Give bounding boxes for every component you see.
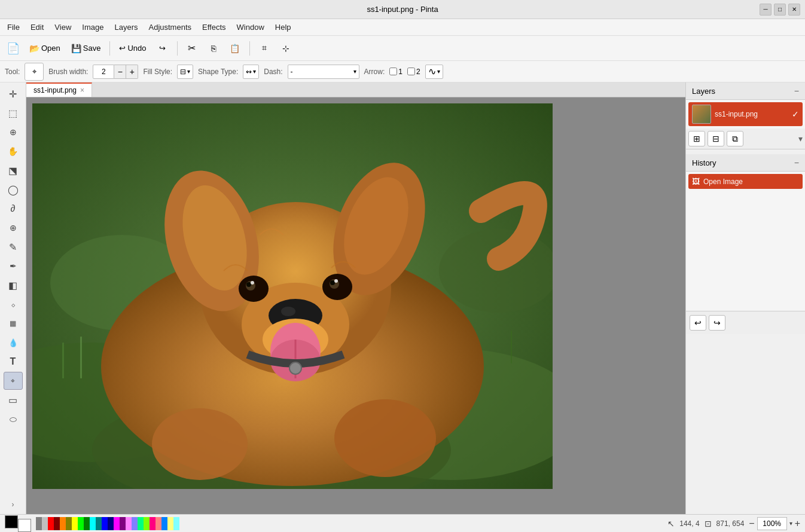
crop-button[interactable]: ⌗ bbox=[255, 39, 274, 57]
paste-button[interactable]: 📋 bbox=[225, 39, 245, 57]
menu-view[interactable]: View bbox=[50, 21, 76, 33]
arrow-label: Arrow: bbox=[364, 68, 385, 76]
menu-file[interactable]: File bbox=[2, 21, 25, 33]
minimize-button[interactable]: ─ bbox=[760, 4, 772, 16]
palette-color-dodger-blue[interactable] bbox=[161, 517, 167, 530]
menu-help[interactable]: Help bbox=[270, 21, 296, 33]
tool-ellipse[interactable]: ⬭ bbox=[4, 410, 23, 428]
arrow-1-checkbox[interactable] bbox=[389, 68, 397, 75]
save-button[interactable]: 💾 Save bbox=[67, 39, 105, 57]
tool-eraser[interactable]: ◧ bbox=[4, 276, 23, 294]
layer-item[interactable]: ss1-input.png ✓ bbox=[688, 102, 803, 126]
palette-color-spring-green[interactable] bbox=[138, 517, 144, 530]
menu-image[interactable]: Image bbox=[77, 21, 108, 33]
add-layer-button[interactable]: ⊞ bbox=[688, 131, 705, 146]
palette-color-olive[interactable] bbox=[66, 517, 72, 530]
palette-color-yellow[interactable] bbox=[72, 517, 78, 530]
palette-color-red[interactable] bbox=[48, 517, 54, 530]
tool-pan[interactable]: ✋ bbox=[4, 142, 23, 160]
palette-color-green[interactable] bbox=[84, 517, 90, 530]
arrow-2-checkbox[interactable] bbox=[407, 68, 415, 75]
palette-color-purple[interactable] bbox=[120, 517, 126, 530]
history-redo-button[interactable]: ↪ bbox=[709, 315, 725, 331]
tool-fill[interactable]: ⬦ bbox=[4, 295, 23, 313]
tool-move[interactable]: ✛ bbox=[4, 85, 23, 103]
tool-ellipse-select[interactable]: ◯ bbox=[4, 181, 23, 198]
svg-point-33 bbox=[334, 399, 436, 477]
menu-layers[interactable]: Layers bbox=[109, 21, 142, 33]
tool-rectangle-select[interactable]: ⬚ bbox=[4, 104, 23, 122]
history-item-open-image[interactable]: 🖼 Open Image bbox=[688, 174, 803, 189]
palette-color-light-cyan[interactable] bbox=[173, 517, 179, 530]
history-collapse-btn[interactable]: − bbox=[794, 158, 799, 167]
tool-gradient[interactable]: ▦ bbox=[4, 314, 23, 332]
redo-button[interactable]: ↪ bbox=[153, 39, 172, 57]
palette-color-fuchsia[interactable] bbox=[114, 517, 120, 530]
zoom-minus-btn[interactable]: − bbox=[749, 518, 754, 529]
tab-close-button[interactable]: × bbox=[80, 86, 84, 94]
brush-width-plus[interactable]: + bbox=[126, 65, 138, 79]
fill-style-select[interactable]: ⊟ ▾ bbox=[177, 65, 193, 79]
layer-thumbnail bbox=[692, 105, 711, 124]
open-button[interactable]: 📂 Open bbox=[25, 39, 65, 57]
palette-color-teal[interactable] bbox=[96, 517, 102, 530]
tool-color-picker-select[interactable]: ⊕ bbox=[4, 219, 23, 237]
shape-type-select[interactable]: ↭ ▾ bbox=[243, 65, 259, 79]
palette-color-lime[interactable] bbox=[78, 517, 84, 530]
svg-point-27 bbox=[334, 279, 338, 283]
palette-color-salmon[interactable] bbox=[155, 517, 161, 530]
canvas-tab-active[interactable]: ss1-input.png × bbox=[26, 82, 92, 97]
tool-text[interactable]: T bbox=[4, 353, 23, 371]
foreground-color-swatch[interactable] bbox=[18, 519, 31, 532]
curve-chevron-icon: ▾ bbox=[437, 68, 440, 75]
zoom-plus-btn[interactable]: + bbox=[795, 518, 800, 529]
layers-more-button[interactable]: ▾ bbox=[798, 134, 803, 143]
menu-edit[interactable]: Edit bbox=[26, 21, 48, 33]
palette-color-rose[interactable] bbox=[150, 517, 155, 530]
duplicate-layer-button[interactable]: ⧉ bbox=[727, 131, 743, 146]
expand-tools[interactable]: › bbox=[4, 497, 23, 512]
palette-color-cyan[interactable] bbox=[90, 517, 96, 530]
copy-button[interactable]: ⎘ bbox=[204, 39, 223, 57]
tool-zoom[interactable]: ⊕ bbox=[4, 123, 23, 141]
palette-color-light-pink[interactable] bbox=[126, 517, 132, 530]
palette-color-gray[interactable] bbox=[36, 517, 42, 530]
cut-button[interactable]: ✂ bbox=[182, 39, 202, 57]
tool-free-select[interactable]: ⬔ bbox=[4, 161, 23, 179]
tool-eyedropper[interactable]: 💧 bbox=[4, 334, 23, 351]
tool-paintbrush[interactable]: ✒ bbox=[4, 257, 23, 275]
tool-rectangle[interactable]: ▭ bbox=[4, 391, 23, 409]
maximize-button[interactable]: □ bbox=[774, 4, 786, 16]
history-undo-button[interactable]: ↩ bbox=[690, 315, 706, 331]
palette-color-navy[interactable] bbox=[108, 517, 114, 530]
close-button[interactable]: ✕ bbox=[788, 4, 800, 16]
undo-button[interactable]: ↩ Undo bbox=[115, 39, 150, 57]
deselect-button[interactable]: ⊹ bbox=[276, 39, 295, 57]
menu-window[interactable]: Window bbox=[232, 21, 269, 33]
palette-color-silver[interactable] bbox=[42, 517, 48, 530]
zoom-dropdown-btn[interactable]: ▾ bbox=[789, 520, 792, 527]
palette-color-light-blue[interactable] bbox=[132, 517, 138, 530]
tool-pencil[interactable]: ✎ bbox=[4, 238, 23, 256]
canvas-wrap[interactable] bbox=[26, 97, 685, 514]
new-button[interactable]: 📄 bbox=[4, 39, 23, 57]
color-swatches[interactable] bbox=[5, 515, 31, 532]
menu-effects[interactable]: Effects bbox=[197, 21, 231, 33]
brush-width-minus[interactable]: − bbox=[114, 65, 126, 79]
palette-color-light-yellow[interactable] bbox=[167, 517, 173, 530]
palette-color-blue[interactable] bbox=[102, 517, 108, 530]
layers-collapse-btn[interactable]: − bbox=[794, 86, 799, 96]
dash-select[interactable]: - ▾ bbox=[288, 65, 359, 79]
palette-color-chartreuse[interactable] bbox=[144, 517, 150, 530]
tool-icon-btn[interactable]: ⌖ bbox=[25, 63, 44, 81]
palette-color-orange[interactable] bbox=[60, 517, 66, 530]
menu-adjustments[interactable]: Adjustments bbox=[144, 21, 196, 33]
merge-layer-button[interactable]: ⊟ bbox=[708, 131, 724, 146]
palette-color-maroon[interactable] bbox=[54, 517, 60, 530]
zoom-input[interactable] bbox=[757, 517, 787, 530]
tool-shapes[interactable]: ⌖ bbox=[4, 372, 23, 390]
brush-width-input[interactable] bbox=[93, 65, 114, 79]
curve-select[interactable]: ∿ ▾ bbox=[425, 65, 443, 79]
background-color-swatch[interactable] bbox=[5, 515, 18, 528]
tool-lasso[interactable]: ∂ bbox=[4, 200, 23, 218]
